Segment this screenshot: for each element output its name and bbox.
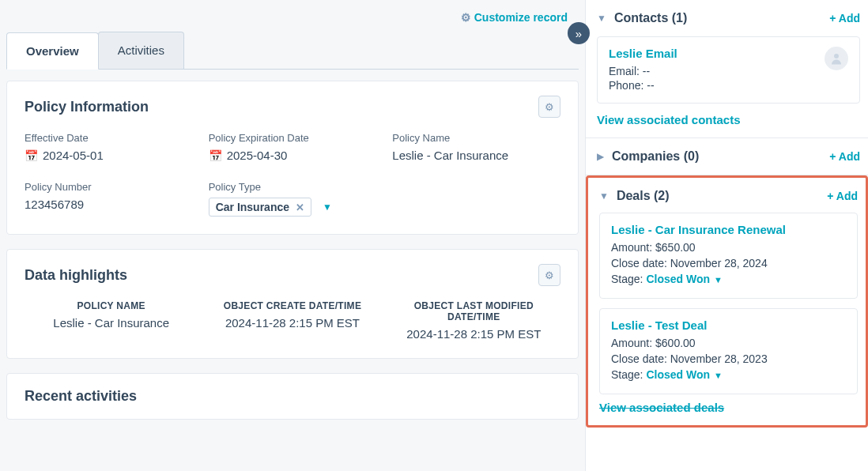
contact-card[interactable]: Leslie Email Email: -- Phone: -- [597,36,860,104]
deal-2-title[interactable]: Leslie - Test Deal [611,318,846,332]
close-icon[interactable]: ✕ [296,202,304,213]
deal-1-title[interactable]: Leslie - Car Insurance Renewal [611,223,846,236]
customize-record-link[interactable]: ⚙Customize record [461,11,568,24]
deal-2-amount: Amount: $600.00 [611,337,846,349]
h-modified-label: OBJECT LAST MODIFIED DATE/TIME [387,300,560,322]
expiration-label: Policy Expiration Date [209,132,377,144]
policy-card-header: Policy Information ⚙ [25,96,560,118]
chevron-down-icon[interactable]: ▼ [597,13,606,24]
policy-type-chip[interactable]: Car Insurance ✕ [209,198,311,217]
calendar-icon: 📅 [209,149,222,162]
h-policy-name-value: Leslie - Car Insurance [25,316,198,330]
customize-label: Customize record [474,11,568,24]
svg-point-0 [834,54,839,58]
policy-type-label: Policy Type [209,181,377,193]
deal-1-amount: Amount: $650.00 [611,241,846,254]
contact-email: Email: -- [609,65,677,77]
policy-settings-button[interactable]: ⚙ [538,96,560,118]
deal-card-2[interactable]: Leslie - Test Deal Amount: $600.00 Close… [599,308,858,394]
policy-grid: Effective Date 📅 2024-05-01 Policy Expir… [25,132,560,217]
h-create-value: 2024-11-28 2:15 PM EST [206,316,379,330]
deals-section: ▼ Deals (2) + Add Leslie - Car Insurance… [588,178,866,425]
effective-date-value[interactable]: 📅 2024-05-01 [25,149,193,162]
add-company-link[interactable]: + Add [829,150,860,163]
highlights-title: Data highlights [25,267,127,284]
deal-1-stage-select[interactable]: Closed Won ▼ [646,273,723,285]
tabs: Overview Activities [6,32,579,70]
calendar-icon: 📅 [25,149,38,162]
policy-info-title: Policy Information [25,99,149,115]
h-policy-name-label: POLICY NAME [25,300,198,311]
chevron-down-icon[interactable]: ▼ [323,202,332,213]
chevron-down-icon: ▼ [711,371,723,380]
h-create: OBJECT CREATE DATE/TIME 2024-11-28 2:15 … [206,300,379,341]
view-contacts-link[interactable]: View associated contacts [597,113,860,126]
policy-number-field: Policy Number 123456789 [25,181,193,217]
gear-icon: ⚙ [461,11,471,24]
policy-type-value: Car Insurance ✕ ▼ [209,198,377,217]
policy-type-field: Policy Type Car Insurance ✕ ▼ [209,181,377,217]
main-content: ⚙Customize record Overview Activities Po… [0,0,585,471]
highlights-card: Data highlights ⚙ POLICY NAME Leslie - C… [6,249,579,359]
contact-name-link[interactable]: Leslie Email [609,47,677,60]
deals-header: ▼ Deals (2) + Add [599,189,858,203]
policy-name-field: Policy Name Leslie - Car Insurance [392,132,560,162]
policy-number-label: Policy Number [25,181,193,193]
chevron-down-icon[interactable]: ▼ [599,190,609,202]
companies-section: ▶ Companies (0) + Add [586,138,868,175]
highlights-settings-button[interactable]: ⚙ [538,264,560,286]
policy-name-value[interactable]: Leslie - Car Insurance [392,149,560,162]
person-icon [829,51,843,66]
expiration-date-text: 2025-04-30 [227,149,288,162]
deal-2-close: Close date: November 28, 2023 [611,352,846,365]
deal-1-close: Close date: November 28, 2024 [611,257,846,269]
deal-2-stage-select[interactable]: Closed Won ▼ [646,368,723,381]
chevron-right-icon[interactable]: ▶ [597,151,604,162]
contact-info: Leslie Email Email: -- Phone: -- [609,47,677,93]
h-modified: OBJECT LAST MODIFIED DATE/TIME 2024-11-2… [387,300,560,341]
tab-activities[interactable]: Activities [98,32,184,69]
contacts-section: ▼ Contacts (1) + Add Leslie Email Email:… [586,0,868,138]
policy-type-text: Car Insurance [216,201,289,213]
recent-activities-title: Recent activities [25,388,560,405]
companies-header: ▶ Companies (0) + Add [597,149,860,164]
view-deals-link[interactable]: View associated deals [599,401,858,414]
chevron-down-icon: ▼ [711,275,723,284]
deal-1-stage: Stage: Closed Won ▼ [611,273,846,285]
h-create-label: OBJECT CREATE DATE/TIME [206,300,379,311]
effective-date-text: 2024-05-01 [43,149,104,162]
deals-title: Deals (2) [617,189,670,203]
policy-name-label: Policy Name [392,132,560,144]
contacts-title: Contacts (1) [614,11,687,25]
policy-info-card: Policy Information ⚙ Effective Date 📅 20… [6,81,579,235]
expand-panel-button[interactable]: » [568,22,590,44]
highlights-grid: POLICY NAME Leslie - Car Insurance OBJEC… [25,300,560,341]
effective-date-field: Effective Date 📅 2024-05-01 [25,132,193,162]
add-deal-link[interactable]: + Add [827,190,858,202]
contact-phone: Phone: -- [609,79,677,92]
deal-2-stage: Stage: Closed Won ▼ [611,368,846,381]
tab-overview[interactable]: Overview [6,32,99,70]
policy-number-value[interactable]: 123456789 [25,198,193,211]
avatar [825,47,848,70]
recent-activities-card: Recent activities [6,373,579,420]
expiration-date-value[interactable]: 📅 2025-04-30 [209,149,377,162]
customize-bar: ⚙Customize record [0,6,585,32]
companies-title: Companies (0) [612,149,699,164]
deals-highlight-box: ▼ Deals (2) + Add Leslie - Car Insurance… [586,175,868,428]
contacts-header: ▼ Contacts (1) + Add [597,11,860,25]
h-modified-value: 2024-11-28 2:15 PM EST [387,327,560,341]
deal-card-1[interactable]: Leslie - Car Insurance Renewal Amount: $… [599,213,858,299]
right-panel: ▼ Contacts (1) + Add Leslie Email Email:… [585,0,868,471]
h-policy-name: POLICY NAME Leslie - Car Insurance [25,300,198,341]
effective-date-label: Effective Date [25,132,193,144]
add-contact-link[interactable]: + Add [829,12,860,24]
highlights-header: Data highlights ⚙ [25,264,560,286]
expiration-date-field: Policy Expiration Date 📅 2025-04-30 [209,132,377,162]
